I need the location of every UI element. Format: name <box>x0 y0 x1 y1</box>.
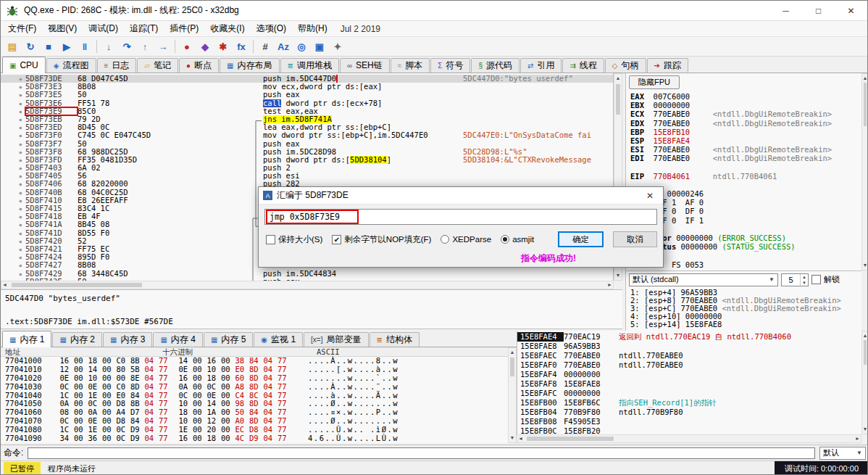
stepper-arrows-icon[interactable]: ▲▼ <box>800 274 808 286</box>
menu-item-4[interactable]: 插件(P) <box>164 21 204 36</box>
scroll-thumb[interactable] <box>864 83 867 126</box>
minimize-button[interactable]: ─ <box>769 1 802 21</box>
menu-item-0[interactable]: 文件(F) <box>2 21 42 36</box>
tab-struct[interactable]: ≣结构体 <box>370 332 420 347</box>
menu-item-7[interactable]: 帮助(H) <box>292 21 333 36</box>
dialog-radio-1[interactable]: asmjit <box>501 235 534 244</box>
stack-row[interactable]: 15E8FAE4770EAC19返回到 ntdll.770EAC19 自 ntd… <box>517 332 861 342</box>
stack-row[interactable]: 15E8FAFC00000000 <box>517 389 861 398</box>
tab-notes[interactable]: ▱笔记 <box>137 58 178 73</box>
unlock-checkbox[interactable]: 解锁 <box>811 274 840 285</box>
calculator-icon[interactable]: # <box>256 38 274 54</box>
tab-memory-5[interactable]: ▦内存 5 <box>204 332 253 347</box>
dump-row[interactable]: 7704101012001400805B04770E001000E08D0477… <box>1 365 508 374</box>
run-to-cursor-icon[interactable]: → <box>154 38 172 54</box>
scroll-up-icon[interactable]: ▲ <box>509 348 516 357</box>
stack-pane[interactable]: 15E8FAE4770EAC19返回到 ntdll.770EAC19 自 ntd… <box>517 331 861 434</box>
scroll-down-icon[interactable]: ▼ <box>862 261 868 270</box>
windows-icon[interactable]: ▣ <box>311 38 328 54</box>
stack-horizontal-scrollbar[interactable]: ◄ ► <box>517 434 861 443</box>
tab-threads[interactable]: ⇉线程 <box>562 58 604 73</box>
assemble-input[interactable]: jmp 0x5D8F73E9 <box>264 209 657 225</box>
tab-cpu[interactable]: ▣CPU <box>2 57 46 73</box>
command-profile-select[interactable]: 默认 ▼ <box>819 447 866 460</box>
settings-icon[interactable]: ✦ <box>329 38 346 54</box>
scroll-left-icon[interactable]: ◄ <box>517 434 524 443</box>
close-button[interactable]: ✕ <box>835 1 867 21</box>
register-line[interactable]: EDI 770EABE0 <ntdll.DbgUiRemoteBreakin> <box>626 154 861 162</box>
tab-watch-1[interactable]: ◉监视 1 <box>254 332 303 347</box>
menu-item-5[interactable]: 收藏夹(I) <box>204 21 250 36</box>
disasm-row[interactable]: ●5D8F73F0C745 0C E047C45Dmov dword ptr s… <box>1 131 613 139</box>
dialog-checkbox-0[interactable]: 保持大小(S) <box>266 234 322 245</box>
scroll-left-icon[interactable]: ◄ <box>1 281 8 289</box>
dump-vertical-scrollbar[interactable]: ▲ ▼ <box>508 347 517 443</box>
scroll-right-icon[interactable]: ► <box>606 281 613 289</box>
tab-memory-map[interactable]: ▦内存布局 <box>220 58 279 73</box>
scroll-up-icon[interactable]: ▲ <box>862 74 868 83</box>
find-icon[interactable]: ◎ <box>293 38 310 54</box>
function-icon[interactable]: fx <box>233 38 250 54</box>
stack-row[interactable]: 15E8FAF0770EABE0ntdll.770EABE0 <box>517 360 861 370</box>
tab-locals[interactable]: [x=]局部变量 <box>304 332 368 347</box>
scroll-thumb[interactable] <box>527 437 614 441</box>
tab-memory-2[interactable]: ▦内存 2 <box>52 332 101 347</box>
step-over-icon[interactable]: ↷ <box>118 38 135 54</box>
tab-call-stack[interactable]: ≣调用堆栈 <box>280 58 339 73</box>
tab-memory-4[interactable]: ▦内存 4 <box>153 332 202 347</box>
stop-icon[interactable]: ■ <box>40 38 57 54</box>
registers-vertical-scrollbar[interactable]: ▲ ▼ <box>861 73 868 270</box>
disasm-row[interactable]: ●5D8F742968 3448C45Dpush im.5DC44834 <box>1 270 613 278</box>
tab-script[interactable]: ≈脚本 <box>391 58 430 73</box>
dump-row[interactable]: 770410200E001000008E047716001800608D0477… <box>1 374 508 383</box>
tab-source[interactable]: §源代码 <box>471 58 519 73</box>
register-line[interactable]: ESI 770EABE0 <ntdll.DbgUiRemoteBreakin> <box>626 145 861 154</box>
dump-row[interactable]: 77041090340036000CD90477160018004CD90477… <box>1 434 508 443</box>
dump-row[interactable]: 770410300C000E00C08D04770A000C00A88D0477… <box>1 383 508 392</box>
stack-vertical-scrollbar[interactable]: ▲ ▼ <box>861 331 868 434</box>
register-line[interactable]: ECX 770EABE0 <ntdll.DbgUiRemoteBreakin> <box>626 110 861 118</box>
tab-trace[interactable]: ➔跟踪 <box>647 58 688 73</box>
cancel-button[interactable]: 取消 <box>613 231 657 247</box>
menu-item-1[interactable]: 视图(V) <box>42 21 83 36</box>
scroll-up-icon[interactable]: ▲ <box>615 74 622 83</box>
open-file-icon[interactable]: ▤ <box>4 38 21 54</box>
assemble-icon[interactable]: Az <box>275 38 292 54</box>
register-line[interactable]: EIP 770B4061 ntdll.770B4061 <box>626 172 861 181</box>
disasm-row[interactable]: ●5D8F73F750push eax <box>1 140 613 148</box>
hide-fpu-button[interactable]: 隐藏FPU <box>629 75 680 89</box>
scroll-thumb[interactable] <box>510 358 514 376</box>
scroll-up-icon[interactable]: ▲ <box>862 331 868 340</box>
register-line[interactable] <box>626 163 861 172</box>
scroll-right-icon[interactable]: ► <box>854 434 861 443</box>
memory-dump-pane[interactable]: 地址 十六进制 ASCII 7704100016001800C08B047714… <box>1 347 508 443</box>
pause-icon[interactable]: ‖ <box>76 38 93 54</box>
command-input[interactable] <box>28 447 815 459</box>
tab-graph[interactable]: ◈流程图 <box>46 58 96 73</box>
disasm-row[interactable]: ●5D8F73E38B08mov ecx,dword ptr ds:[eax] <box>1 83 613 91</box>
scroll-down-icon[interactable]: ▼ <box>509 434 516 442</box>
disasm-row[interactable]: ●5D8F73E550push eax <box>1 91 613 99</box>
register-line[interactable]: EBP 15E8FB10 <box>626 128 861 136</box>
tab-seh[interactable]: ∞SEH链 <box>340 58 390 73</box>
stack-row[interactable]: 15E8FB0015E8FB6C指向SEH_Record[1]的指针 <box>517 398 861 408</box>
dialog-checkbox-1[interactable]: ✔剩余字节以NOP填充(F) <box>332 234 431 245</box>
menu-item-3[interactable]: 追踪(T) <box>124 21 164 36</box>
run-icon[interactable]: ▶ <box>58 38 75 54</box>
stack-row[interactable]: 15E8FAF815E8FAE8 <box>517 379 861 389</box>
argument-line[interactable]: 5: [esp+14] 15E8FAE8 <box>626 321 861 329</box>
scroll-thumb[interactable] <box>864 340 867 365</box>
stack-row[interactable]: 15E8FB0C15E8FB20 <box>517 426 861 434</box>
register-line[interactable]: ESP 15E8FAE4 <box>626 136 861 145</box>
stack-row[interactable]: 15E8FB08F45905E3 <box>517 417 861 426</box>
step-out-icon[interactable]: ↑ <box>136 38 154 54</box>
stack-row[interactable]: 15E8FAF400000000 <box>517 370 861 379</box>
trace-icon[interactable]: ◆ <box>196 38 214 54</box>
stack-row[interactable]: 15E8FB04770B9F80ntdll.770B9F80 <box>517 408 861 417</box>
stack-row[interactable]: 15E8FAE896A59BB3 <box>517 342 861 351</box>
disasm-row[interactable]: ●5D8F74036A 02push 2 <box>1 164 613 172</box>
tab-handles[interactable]: ◇句柄 <box>605 58 646 73</box>
dialog-radio-0[interactable]: XEDParse <box>441 235 491 244</box>
tab-memory-3[interactable]: ▦内存 3 <box>103 332 152 347</box>
register-line[interactable]: EDX 770EABE0 <ntdll.DbgUiRemoteBreakin> <box>626 119 861 128</box>
